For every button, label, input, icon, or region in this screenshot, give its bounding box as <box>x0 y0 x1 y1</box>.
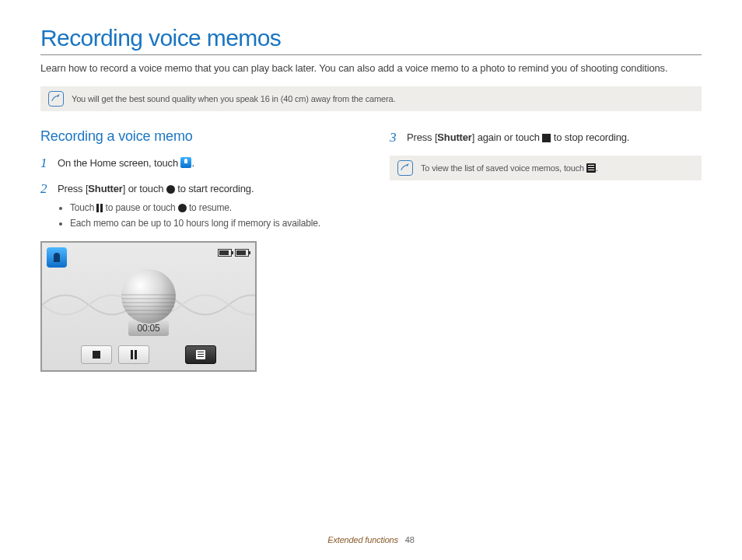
shutter-key-label: Shutter <box>88 183 122 194</box>
device-status-icons <box>218 249 249 257</box>
left-column: Recording a voice memo 1 On the Home scr… <box>40 128 352 372</box>
device-stop-button[interactable] <box>81 345 112 364</box>
step-number: 3 <box>390 130 401 145</box>
record-icon <box>166 185 175 194</box>
shutter-key-label: Shutter <box>437 131 471 143</box>
note-icon <box>397 160 413 176</box>
record-icon <box>178 204 187 212</box>
intro-text: Learn how to record a voice memo that yo… <box>40 61 702 75</box>
microphone-graphic: 00:05 <box>121 269 176 339</box>
device-pause-button[interactable] <box>118 345 149 364</box>
page-footer: Extended functions 48 <box>0 535 742 544</box>
device-screenshot: 00:05 <box>40 241 257 372</box>
step-number: 2 <box>40 181 51 233</box>
device-app-icon <box>47 247 67 268</box>
title-rule <box>40 54 702 55</box>
memo-list-icon <box>586 163 596 173</box>
right-column: 3 Press [Shutter] again or touch to stop… <box>390 128 702 372</box>
tip-note-text: You will get the best sound quality when… <box>72 94 395 103</box>
page-title: Recording voice memos <box>40 25 702 51</box>
device-memo-list-button[interactable] <box>185 345 216 364</box>
substep: Touch to pause or touch to resume. <box>70 201 352 215</box>
step-3: 3 Press [Shutter] again or touch to stop… <box>390 130 702 145</box>
section-title: Recording a voice memo <box>40 128 352 145</box>
voice-memo-app-icon <box>180 157 191 168</box>
substep: Each memo can be up to 10 hours long if … <box>70 216 352 230</box>
step-text: On the Home screen, touch <box>58 157 180 169</box>
memory-icon <box>218 249 232 257</box>
note-icon <box>48 91 64 107</box>
battery-icon <box>235 249 249 257</box>
tip-note-top: You will get the best sound quality when… <box>40 86 702 111</box>
footer-page-number: 48 <box>405 535 415 544</box>
step-1: 1 On the Home screen, touch . <box>40 156 352 171</box>
tip-note-text: To view the list of saved voice memos, t… <box>421 163 598 173</box>
step-2: 2 Press [Shutter] or touch to start reco… <box>40 181 352 233</box>
tip-note-right: To view the list of saved voice memos, t… <box>390 156 702 180</box>
step-number: 1 <box>40 156 51 171</box>
stop-icon <box>542 134 551 142</box>
footer-section: Extended functions <box>327 535 398 544</box>
